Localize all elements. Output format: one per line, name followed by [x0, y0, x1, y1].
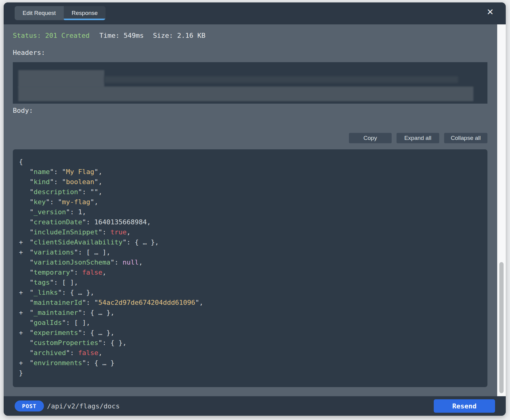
json-token-key: maintainerId [34, 299, 82, 306]
resend-button[interactable]: Resend [434, 399, 495, 413]
headers-box [13, 62, 487, 104]
json-token-bool: false [82, 269, 102, 276]
json-token-punc: " [30, 279, 34, 286]
expand-toggle-icon[interactable]: + [19, 308, 30, 318]
json-token-punc: " [30, 168, 34, 176]
json-line: +"_maintainer": { … }, [19, 308, 481, 318]
json-token-punc: " [30, 319, 34, 326]
json-token-punc: ", [195, 299, 203, 306]
json-token-key: creationDate [34, 218, 82, 226]
json-token-key: environments [34, 359, 82, 367]
json-token-punc: ": { }, [98, 339, 127, 347]
json-token-key: _maintainer [34, 309, 78, 316]
json-line: +"clientSideAvailability": { … }, [19, 237, 481, 247]
headers-label: Headers: [13, 49, 45, 56]
json-line: "variationJsonSchema": null, [19, 257, 481, 267]
json-token-key: _links [34, 289, 58, 296]
json-line: "tags": [ ], [19, 277, 481, 287]
json-token-punc: " [30, 269, 34, 276]
copy-button[interactable]: Copy [349, 133, 392, 143]
modal-footer: POST /api/v2/flags/docs Resend [4, 396, 506, 416]
json-token-key: kind [34, 178, 50, 186]
json-token-punc: ": [ … ], [74, 248, 110, 256]
json-token-key: name [34, 168, 50, 176]
json-token-punc: ": [66, 208, 78, 216]
json-token-bool: false [78, 349, 98, 357]
json-token-punc: , [102, 269, 106, 276]
modal-header: Edit Request Response ✕ [4, 2, 506, 24]
json-body: {"name": "My Flag","kind": "boolean","de… [13, 149, 487, 387]
json-token-punc: ", [94, 178, 102, 186]
json-token-punc: , [127, 228, 131, 236]
json-token-punc: " [30, 349, 34, 357]
json-token-punc: " [30, 198, 34, 206]
json-token-punc: " [30, 208, 34, 216]
json-line: +"experiments": { … }, [19, 328, 481, 338]
json-token-punc: ": { … }, [123, 238, 159, 246]
json-token-key: variationJsonSchema [34, 258, 110, 266]
json-token-key: goalIds [34, 319, 62, 326]
json-token-key: description [34, 188, 78, 196]
request-path: /api/v2/flags/docs [47, 396, 120, 416]
json-token-punc: " [30, 289, 34, 296]
json-token-punc: ": { … }, [78, 309, 114, 316]
json-line: "archived": false, [19, 348, 481, 358]
json-line: "goalIds": [ ], [19, 318, 481, 328]
json-token-punc: " [30, 178, 34, 186]
json-token-punc: , [139, 258, 143, 266]
json-token-punc: , [82, 208, 86, 216]
body-label: Body: [13, 107, 33, 114]
json-token-key: variations [34, 248, 74, 256]
json-token-punc: ": [ ], [50, 279, 78, 286]
method-badge: POST [15, 400, 44, 411]
json-token-punc: " [30, 309, 34, 316]
expand-toggle-icon[interactable]: + [19, 358, 30, 368]
tab-response[interactable]: Response [64, 6, 106, 20]
json-token-punc: ": [110, 258, 123, 266]
status-row: Status: 201 CreatedTime: 549msSize: 2.16… [13, 32, 215, 39]
json-line: "key": "my-flag", [19, 197, 481, 207]
scrollbar-thumb[interactable] [499, 262, 504, 393]
json-token-key: includeInSnippet [34, 228, 98, 236]
redacted-header-block [18, 70, 104, 88]
json-token-punc: ": [66, 349, 78, 357]
expand-toggle-icon[interactable]: + [19, 328, 30, 338]
tab-edit-request[interactable]: Edit Request [15, 6, 64, 20]
json-line: "kind": "boolean", [19, 177, 481, 187]
json-token-str: 54ac2d97de674204ddd61096 [98, 299, 195, 306]
json-token-punc: , [98, 349, 102, 357]
json-token-punc: ": [ ], [62, 319, 90, 326]
json-token-punc: , [147, 218, 151, 226]
collapse-all-button[interactable]: Collapse all [444, 133, 487, 143]
tab-group: Edit Request Response [15, 6, 106, 20]
size-text: Size: 2.16 KB [153, 32, 205, 39]
json-token-key: _version [34, 208, 66, 216]
json-token-punc: " [30, 218, 34, 226]
json-token-punc: " [30, 329, 34, 336]
status-text: Status: 201 Created [13, 32, 90, 39]
json-token-punc: ": "", [78, 188, 102, 196]
json-token-key: tags [34, 279, 50, 286]
json-line: +"environments": { … } [19, 358, 481, 368]
json-token-key: key [34, 198, 46, 206]
json-token-punc: " [30, 299, 34, 306]
json-token-str: My Flag [66, 168, 94, 176]
json-token-punc: ", [90, 198, 99, 206]
json-line: "customProperties": { }, [19, 338, 481, 348]
json-gutter: } [19, 368, 30, 378]
expand-toggle-icon[interactable]: + [19, 237, 30, 247]
scrollbar-track[interactable] [497, 24, 506, 396]
json-gutter: { [19, 157, 30, 167]
expand-toggle-icon[interactable]: + [19, 287, 30, 297]
json-token-bool: true [110, 228, 127, 236]
json-token-punc: ": " [50, 178, 66, 186]
json-token-punc: ": [98, 228, 110, 236]
json-token-key: archived [34, 349, 66, 357]
expand-toggle-icon[interactable]: + [19, 247, 30, 257]
expand-all-button[interactable]: Expand all [397, 133, 439, 143]
json-line: "maintainerId": "54ac2d97de674204ddd6109… [19, 297, 481, 308]
json-line: +"_links": { … }, [19, 287, 481, 297]
close-icon[interactable]: ✕ [485, 7, 495, 17]
json-token-punc: " [30, 359, 34, 367]
json-token-punc: ": " [46, 198, 62, 206]
